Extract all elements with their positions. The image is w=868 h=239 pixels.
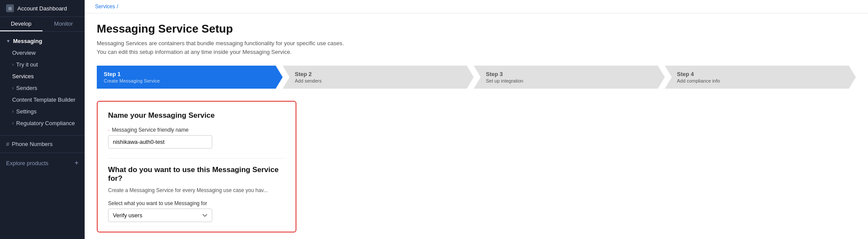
page-desc-line2: You can edit this setup information at a…	[97, 49, 292, 55]
phone-numbers-label: Phone Numbers	[12, 141, 53, 147]
sidebar-item-overview[interactable]: Overview	[0, 47, 85, 59]
form-subdesc: Create a Messaging Service for every Mes…	[108, 186, 285, 194]
chevron-right-icon-regulatory: ›	[12, 121, 13, 126]
account-dashboard-label: Account Dashboard	[17, 5, 67, 12]
form-title: Name your Messaging Service	[108, 111, 285, 120]
explore-products-label: Explore products	[6, 160, 49, 166]
sidebar-item-try-it-out[interactable]: › Try it out	[0, 59, 85, 70]
regulatory-compliance-label: Regulatory Compliance	[16, 120, 75, 126]
step2-number: Step 2	[295, 71, 467, 77]
sidebar-item-settings[interactable]: › Settings	[0, 106, 85, 117]
chevron-right-icon: ›	[12, 62, 13, 67]
step-1: Step 1 Create Messaging Service	[97, 66, 283, 89]
services-label: Services	[12, 73, 34, 80]
tab-monitor[interactable]: Monitor	[43, 17, 85, 31]
field-label: · Messaging Service friendly name	[108, 127, 285, 133]
chevron-down-icon: ▼	[6, 39, 10, 43]
use-case-select[interactable]: Verify users Marketing Notifications Cus…	[108, 209, 212, 222]
try-it-out-label: Try it out	[16, 61, 38, 68]
sidebar-item-senders[interactable]: › Senders	[0, 82, 85, 94]
form-box: Name your Messaging Service · Messaging …	[97, 101, 296, 232]
required-indicator: ·	[108, 127, 109, 133]
chevron-right-icon-senders: ›	[12, 86, 13, 90]
chevron-right-icon-settings: ›	[12, 109, 13, 114]
page-desc-line1: Messaging Services are containers that b…	[97, 40, 344, 46]
service-name-input[interactable]	[108, 135, 212, 149]
messaging-section: ▼ Messaging Overview › Try it out Servic…	[0, 32, 85, 133]
step-4: Step 4 Add compliance info	[665, 66, 856, 89]
step4-number: Step 4	[677, 71, 849, 77]
sidebar-divider	[0, 135, 85, 136]
plus-icon: +	[75, 159, 79, 167]
main-content: Services / Messaging Service Setup Messa…	[85, 0, 868, 239]
step-2: Step 2 Add senders	[283, 66, 473, 89]
select-label: Select what you want to use Messaging fo…	[108, 200, 285, 206]
messaging-label: Messaging	[13, 38, 42, 44]
content-template-builder-label: Content Template Builder	[12, 96, 76, 103]
step-3: Step 3 Set up integration	[474, 66, 665, 89]
form-section-divider	[108, 158, 285, 159]
settings-label: Settings	[16, 108, 36, 115]
sidebar-item-phone-numbers[interactable]: # Phone Numbers	[0, 138, 85, 150]
account-dashboard-item[interactable]: ⊞ Account Dashboard	[0, 0, 85, 17]
sidebar-item-content-template-builder[interactable]: Content Template Builder	[0, 94, 85, 106]
sidebar-divider-2	[0, 153, 85, 153]
breadcrumb: Services /	[85, 0, 868, 13]
account-icon: ⊞	[6, 4, 14, 12]
sidebar: ⊞ Account Dashboard Develop Monitor ▼ Me…	[0, 0, 85, 239]
step3-label: Set up integration	[486, 78, 658, 83]
step1-label: Create Messaging Service	[104, 78, 276, 83]
step1-number: Step 1	[104, 71, 276, 77]
breadcrumb-services-link[interactable]: Services	[95, 3, 115, 10]
sidebar-item-services[interactable]: Services	[0, 70, 85, 82]
breadcrumb-separator: /	[117, 3, 118, 10]
sidebar-tabs: Develop Monitor	[0, 17, 85, 32]
sidebar-item-messaging[interactable]: ▼ Messaging	[0, 35, 85, 47]
step3-number: Step 3	[486, 71, 658, 77]
steps-progress: Step 1 Create Messaging Service Step 2 A…	[97, 66, 856, 89]
step2-label: Add senders	[295, 78, 467, 83]
senders-label: Senders	[16, 85, 37, 91]
page-description: Messaging Services are containers that b…	[97, 39, 856, 56]
hash-icon: #	[6, 141, 9, 147]
sidebar-item-regulatory-compliance[interactable]: › Regulatory Compliance	[0, 117, 85, 129]
overview-label: Overview	[12, 50, 36, 56]
step4-label: Add compliance info	[677, 78, 849, 83]
page-title: Messaging Service Setup	[97, 22, 856, 36]
tab-develop[interactable]: Develop	[0, 17, 43, 31]
field-label-text: Messaging Service friendly name	[112, 127, 189, 133]
explore-products-item[interactable]: Explore products +	[0, 156, 85, 170]
form-subtitle: What do you want to use this Messaging S…	[108, 166, 285, 183]
page-content: Messaging Service Setup Messaging Servic…	[85, 13, 868, 239]
